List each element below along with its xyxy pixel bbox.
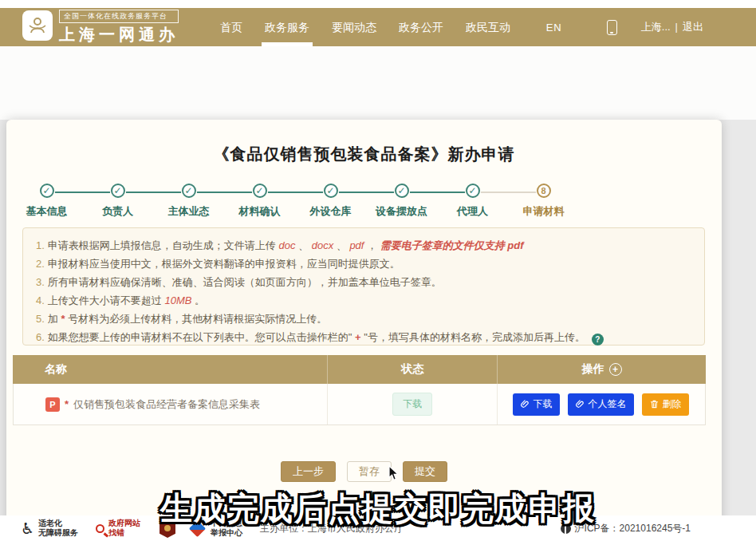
- required-star: *: [65, 398, 69, 410]
- action-cell: 下载个人签名删除: [498, 384, 705, 425]
- step-负责人: ✓负责人: [82, 184, 153, 219]
- step-connector: [55, 192, 110, 193]
- nav-item[interactable]: 政务服务: [262, 8, 313, 46]
- step-check-icon: ✓: [253, 184, 267, 198]
- step-check-icon: ✓: [182, 184, 196, 198]
- step-label: 外设仓库: [310, 204, 352, 219]
- step-check-icon: ✓: [324, 184, 338, 198]
- trash-icon: [650, 400, 659, 409]
- step-主体业态: ✓主体业态: [153, 184, 224, 219]
- material-name: 仅销售预包装食品经营者备案信息采集表: [73, 397, 260, 412]
- step-label: 设备摆放点: [376, 204, 427, 219]
- platform-badge: 全国一体化在线政务服务平台: [59, 10, 179, 23]
- video-subtitle: 生成完成后点提交即完成申报: [0, 487, 756, 531]
- step-connector: [339, 192, 394, 193]
- materials-table: 名称 状态 操作 + P*仅销售预包装食品经营者备案信息采集表下载下载个人签名删…: [13, 355, 706, 425]
- instruction-line: 1.申请表根据网上填报信息，自动生成；文件请上传 doc 、 docx 、 pd…: [36, 236, 691, 255]
- paperclip-icon: [521, 400, 530, 409]
- table-row: P*仅销售预包装食品经营者备案信息采集表下载下载个人签名删除: [13, 384, 706, 425]
- help-icon[interactable]: ?: [592, 334, 604, 346]
- step-label: 材料确认: [239, 204, 281, 219]
- step-label: 申请材料: [523, 204, 565, 219]
- step-外设仓库: ✓外设仓库: [295, 184, 366, 219]
- step-申请材料: 8申请材料: [508, 184, 579, 219]
- step-label: 负责人: [102, 204, 133, 219]
- material-name-cell: P*仅销售预包装食品经营者备案信息采集表: [14, 384, 328, 425]
- step-label: 代理人: [457, 204, 488, 219]
- step-label: 基本信息: [26, 204, 68, 219]
- mobile-icon[interactable]: [607, 20, 617, 35]
- main-nav: 首页政务服务要闻动态政务公开政民互动: [217, 8, 514, 46]
- step-connector: [126, 192, 181, 193]
- instruction-line: 4.上传文件大小请不要超过 10MB 。: [36, 291, 691, 310]
- separator: |: [675, 21, 678, 33]
- step-connector: [197, 192, 252, 193]
- step-connector: [481, 192, 536, 193]
- site-header: 全国一体化在线政务服务平台 上海一网通办 首页政务服务要闻动态政务公开政民互动 …: [0, 8, 756, 46]
- delete-button[interactable]: 删除: [642, 393, 689, 416]
- step-材料确认: ✓材料确认: [224, 184, 295, 219]
- sub-header: 市市场监督管理局 上海城市精神: [0, 46, 756, 120]
- page: 全国一体化在线政务服务平台 上海一网通办 首页政务服务要闻动态政务公开政民互动 …: [0, 0, 756, 541]
- step-设备摆放点: ✓设备摆放点: [366, 184, 437, 219]
- brand[interactable]: 全国一体化在线政务服务平台 上海一网通办: [22, 10, 179, 45]
- step-check-icon: ✓: [40, 184, 54, 198]
- step-connector: [268, 192, 323, 193]
- site-logo-icon: [22, 10, 53, 41]
- nav-item[interactable]: 政民互动: [463, 8, 514, 46]
- mouse-cursor: [388, 465, 401, 484]
- paperclip-icon: [576, 400, 585, 409]
- previous-step-button[interactable]: 上一步: [281, 461, 336, 482]
- step-基本信息: ✓基本信息: [11, 184, 82, 219]
- instruction-line: 3.所有申请材料应确保清晰、准确、适合阅读（如页面方向），并加盖本单位电子签章。: [36, 273, 691, 291]
- step-check-icon: ✓: [466, 184, 480, 198]
- step-代理人: ✓代理人: [437, 184, 508, 219]
- step-number: 8: [537, 184, 551, 198]
- user-name[interactable]: 上海...: [641, 21, 671, 33]
- nav-item[interactable]: 政务公开: [396, 8, 447, 46]
- form-actions: 上一步 暂存 提交: [6, 461, 722, 482]
- table-header: 名称 状态 操作 +: [13, 355, 706, 384]
- status-badge: 下载: [392, 393, 432, 416]
- step-check-icon: ✓: [395, 184, 409, 198]
- instruction-line: 6.如果您想要上传的申请材料不在以下列表中。您可以点击操作栏的" + "号，填写…: [36, 328, 691, 346]
- download-button[interactable]: 下载: [513, 393, 560, 416]
- site-title: 上海一网通办: [59, 24, 179, 45]
- personal-sign-button[interactable]: 个人签名: [568, 393, 634, 416]
- language-toggle[interactable]: EN: [546, 22, 562, 34]
- nav-item[interactable]: 首页: [217, 8, 246, 46]
- logout-link[interactable]: 退出: [683, 21, 703, 33]
- col-name: 名称: [13, 355, 328, 384]
- step-indicator: ✓基本信息✓负责人✓主体业态✓材料确认✓外设仓库✓设备摆放点✓代理人8申请材料: [11, 184, 579, 219]
- instruction-line: 5.加 * 号材料为必须上传材料，其他材料请根据实际情况上传。: [36, 310, 691, 328]
- instructions-panel: 1.申请表根据网上填报信息，自动生成；文件请上传 doc 、 docx 、 pd…: [22, 227, 705, 346]
- status-cell: 下载: [328, 384, 497, 425]
- nav-item[interactable]: 要闻动态: [329, 8, 380, 46]
- add-material-icon[interactable]: +: [609, 363, 622, 376]
- top-strip: [0, 0, 756, 8]
- col-status: 状态: [328, 355, 498, 384]
- instruction-line: 2.申报材料应当使用中文，根据外文资料翻译的申报资料，应当同时提供原文。: [36, 255, 691, 273]
- step-connector: [410, 192, 465, 193]
- submit-button[interactable]: 提交: [403, 461, 447, 482]
- application-modal: 《食品仅销售预包装食品备案》新办申请 ✓基本信息✓负责人✓主体业态✓材料确认✓外…: [6, 120, 722, 541]
- modal-title: 《食品仅销售预包装食品备案》新办申请: [6, 120, 722, 165]
- col-action: 操作 +: [498, 355, 706, 384]
- save-draft-button[interactable]: 暂存: [347, 461, 392, 482]
- pdf-file-icon: P: [45, 397, 60, 412]
- step-label: 主体业态: [168, 204, 210, 219]
- step-check-icon: ✓: [111, 184, 125, 198]
